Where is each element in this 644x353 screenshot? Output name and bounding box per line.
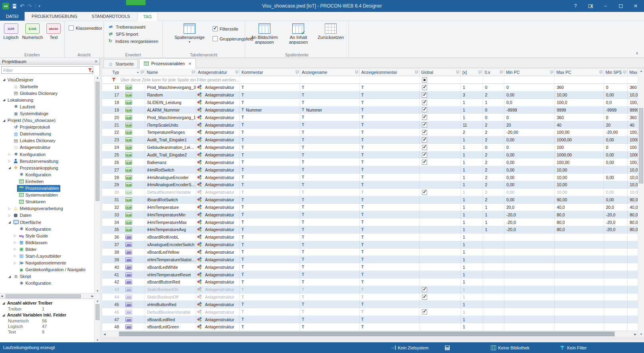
table-row[interactable]: 46110DefaultBooleanVariableAnlagenstrukt…	[102, 308, 638, 316]
global-checkbox[interactable]	[422, 287, 427, 292]
fit-to-content-button[interactable]: An Inhalt anpassen	[282, 22, 314, 52]
stats-scroll-thumb[interactable]	[96, 304, 100, 320]
library-status[interactable]: Keine Bibliothek	[491, 342, 529, 353]
help-button[interactable]: ?	[568, 0, 583, 12]
tree-item-gerätekonfiguration-navigatio[interactable]: Gerätekonfiguration / Navigatio	[0, 266, 94, 273]
save-icon[interactable]	[12, 4, 17, 9]
table-row[interactable]: 333.14iHmiTemperatureMinAnlagenstruktur1…	[102, 211, 638, 218]
stats-section-title[interactable]: Anzahl Variablen inkl. Felder	[0, 312, 94, 318]
clear-filter-icon[interactable]: ✕	[88, 68, 93, 73]
table-row[interactable]: 193.14ALARM_NummerAnlagenstrukturNummerN…	[102, 106, 638, 114]
column-header-max-pc[interactable]: Max PC	[555, 68, 604, 76]
filter-cell-5[interactable]	[360, 76, 420, 83]
tree-item-style-guide[interactable]: Style Guide	[0, 232, 94, 239]
tree-scroll-thumb[interactable]	[96, 82, 100, 201]
table-row[interactable]: 233.14Audit_Trail_Eingabe1Anlagenstruktu…	[102, 136, 638, 144]
tree-item-dateiverwaltung[interactable]: Dateiverwaltung	[0, 131, 94, 137]
pin-icon[interactable]	[415, 70, 418, 74]
global-checkbox[interactable]	[422, 145, 427, 150]
tree-filter-input[interactable]	[2, 68, 88, 73]
global-checkbox[interactable]	[422, 115, 427, 120]
tab-standardtools[interactable]: STANDARDTOOLS	[84, 12, 137, 21]
collapse-icon[interactable]	[7, 275, 12, 278]
global-checkbox[interactable]	[422, 190, 427, 195]
table-row[interactable]: 41110xHmiTemperatureResetAnlagenstruktur…	[102, 271, 638, 278]
table-row[interactable]: 37110xAnalogueEncoderSwitchAnlagenstrukt…	[102, 241, 638, 249]
fit-to-screen-button[interactable]: An Bildschirm anpassen	[247, 22, 282, 52]
collapse-icon[interactable]	[2, 119, 6, 122]
collapse-ribbon-icon[interactable]: ∧	[636, 51, 638, 55]
tree-item-projektprotokoll[interactable]: Projektprotokoll	[0, 124, 94, 131]
scroll-up-icon[interactable]: ▲	[638, 69, 644, 72]
tree-item-prozessvariablen[interactable]: Prozessvariablen	[0, 185, 94, 192]
create-logical-button[interactable]: 1100 Logisch	[3, 22, 19, 52]
tree-item-prozessankopplung[interactable]: Prozessankopplung	[0, 164, 94, 171]
tree-item-skript[interactable]: Skript	[0, 273, 94, 280]
collapse-icon[interactable]	[2, 313, 6, 317]
pin-icon[interactable]	[623, 70, 626, 74]
reset-columns-button[interactable]: Zurücksetzen	[315, 22, 347, 52]
panel-close-icon[interactable]: ✕	[94, 60, 98, 64]
tree-item-visudesigner[interactable]: VisuDesigner	[0, 76, 94, 83]
table-row[interactable]: 263.14BalkenanzAnlagenstruktur120,00100,…	[102, 158, 638, 166]
table-row[interactable]: 203.14Prod_Maschinevorgang_1Anlagenstruk…	[102, 114, 638, 121]
app-logo-icon[interactable]: vd	[2, 3, 9, 10]
expand-icon[interactable]	[13, 247, 17, 251]
scroll-right-icon[interactable]: ▶	[92, 295, 94, 298]
tree-item-bilder[interactable]: Bilder	[0, 246, 94, 253]
column-header--x-[interactable]: [x]	[461, 68, 483, 76]
tree-item-navigationselemente[interactable]: Navigationselemente	[0, 260, 94, 266]
table-row[interactable]: 273.14iHmiRotSwitchAnlagenstruktur120,00…	[102, 166, 638, 174]
tree-item-startseite[interactable]: Startseite	[0, 83, 94, 90]
pin-icon[interactable]	[599, 70, 602, 74]
table-row[interactable]: 213.14iTempScaleUnitsAnlagenstruktur1122…	[102, 121, 638, 129]
disk-status[interactable]	[445, 342, 450, 353]
minimize-button[interactable]: –	[598, 0, 613, 12]
table-row[interactable]: 223.14TemperatureRangesAnlagenstruktur22…	[102, 129, 638, 136]
global-checkbox[interactable]	[422, 85, 427, 90]
maximize-button[interactable]	[613, 0, 628, 12]
table-row[interactable]: 183.14SLIDEIN_LeistungAnlagenstruktur110…	[102, 99, 638, 106]
collapse-icon[interactable]	[2, 98, 6, 102]
tree-item-meldungsverarbeitung[interactable]: Meldungsverarbeitung	[0, 205, 94, 212]
filter-cell-7[interactable]	[461, 76, 483, 83]
column-header-min-sps[interactable]: Min SPS	[604, 68, 628, 76]
global-checkbox[interactable]	[422, 309, 427, 314]
tree-item-einheiten[interactable]: Einheiten	[0, 178, 94, 185]
tab-projektumgebung[interactable]: PROJEKTUMGEBUNG	[25, 12, 85, 21]
column-header-anzeigekommentar[interactable]: Anzeigekommentar	[360, 68, 420, 76]
expand-icon[interactable]	[7, 159, 12, 163]
row-filter-icon[interactable]	[112, 77, 117, 82]
tree-item-lokalisierung[interactable]: Lokalisierung	[0, 96, 94, 103]
global-checkbox[interactable]	[422, 152, 427, 158]
tree-vertical-scrollbar[interactable]: ▲ ▼	[94, 75, 100, 293]
column-header-max-sps[interactable]: Max SPS	[628, 68, 638, 76]
collapse-icon[interactable]	[7, 220, 12, 224]
table-row[interactable]: 36110xBoardRotKnobLAnlagenstruktur1	[102, 233, 638, 241]
scroll-down-icon[interactable]: ▼	[95, 289, 100, 292]
expand-icon[interactable]	[7, 152, 12, 156]
table-row[interactable]: 38110xBoardLedYellowAnlagenstruktur1	[102, 249, 638, 256]
grid-filter-row[interactable]: Über diese Zeile kann für jede Spalte ei…	[102, 76, 638, 84]
global-checkbox[interactable]	[422, 137, 427, 143]
expand-icon[interactable]	[13, 234, 17, 237]
tree-item-bildklassen[interactable]: Bildklassen	[0, 239, 94, 246]
table-row[interactable]: 353.14iHmiTemperatureAvgAnlagenstruktur1…	[102, 226, 638, 233]
pin-icon[interactable]	[355, 70, 358, 74]
table-row[interactable]: 173.14RandomAnlagenstruktur320,0010,000,…	[102, 91, 638, 99]
table-row[interactable]: 48110xBoardLedGreenAnlagenstruktur1	[102, 323, 638, 331]
tree-item-laufzeit[interactable]: Laufzeit	[0, 103, 94, 110]
table-row[interactable]: 243.14Gebäudeanimation_LeistungAnlagenst…	[102, 144, 638, 151]
sps-import-button[interactable]: SPS Import	[108, 31, 158, 37]
klasseneditor-checkbox[interactable]	[69, 25, 74, 31]
expand-icon[interactable]	[7, 207, 12, 210]
tree-item-konfiguration[interactable]: Konfiguration	[0, 226, 94, 232]
scroll-down-icon[interactable]: ▼	[638, 333, 644, 336]
column-header-kommentar[interactable]: Kommentar	[240, 68, 300, 76]
tree-item-strukturen[interactable]: Strukturen	[0, 199, 94, 205]
pin-icon[interactable]	[235, 70, 238, 74]
filter-cell-11[interactable]	[604, 76, 628, 83]
qat-dropdown-icon[interactable]: ▾	[39, 4, 40, 8]
tree-hscroll-thumb[interactable]	[6, 294, 81, 298]
table-row[interactable]: 47110xBoardLedRedAnlagenstruktur1	[102, 316, 638, 323]
